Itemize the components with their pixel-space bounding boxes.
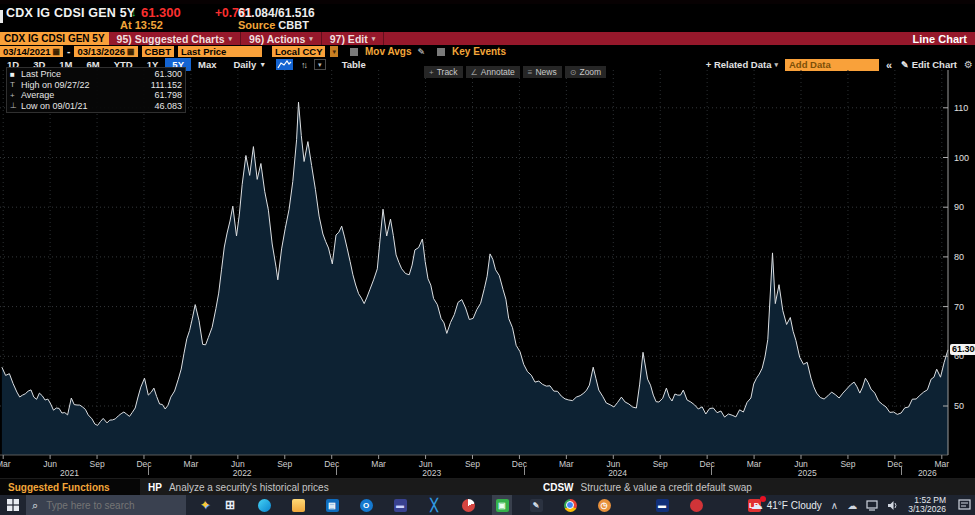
tray-expand-icon[interactable]: ∧	[831, 500, 838, 511]
frequency-select[interactable]: Daily▼	[233, 59, 266, 70]
outlook-icon[interactable]: O	[356, 495, 376, 515]
chart-legend: ■ Last Price 61.300 T High on 09/27/22 1…	[6, 67, 186, 113]
date-to-value: 03/13/2026	[77, 46, 125, 57]
x-axis-month-label: Sep	[457, 459, 487, 469]
legend-low: ⊥ Low on 09/01/21 46.083	[10, 101, 182, 112]
year-separator-tick	[148, 466, 149, 475]
function-desc: Analyze a security's historical prices	[169, 482, 329, 493]
search-input[interactable]	[44, 499, 158, 512]
pencil-icon: ✎	[901, 60, 909, 70]
key-events-checkbox[interactable]	[437, 48, 445, 56]
chart-canvas[interactable]	[0, 70, 975, 470]
chart-options-dropdown[interactable]: ▾	[314, 59, 326, 70]
chart-tool-zoom[interactable]: ⊙Zoom	[565, 66, 606, 78]
x-axis-month-label: Sep	[270, 459, 300, 469]
chart-tool-news[interactable]: ≡News	[523, 66, 562, 78]
factset-icon[interactable]: ▬	[652, 495, 672, 515]
chrome-icon[interactable]	[560, 495, 580, 515]
pricing-source-select[interactable]: CBBT	[142, 46, 174, 57]
x-axis-month-label: Sep	[82, 459, 112, 469]
menu-actions[interactable]: 96) Actions▾	[241, 32, 322, 45]
y-axis-tick-label: 70	[954, 302, 964, 312]
sort-icon[interactable]: ↑↓	[301, 60, 306, 70]
legend-high: T High on 09/27/22 111.152	[10, 80, 182, 91]
menu-suggested-charts[interactable]: 95) Suggested Charts▾	[109, 32, 241, 45]
teams-icon[interactable]: ▬	[390, 495, 410, 515]
taskbar-clock[interactable]: 1:52 PM 3/13/2026	[908, 496, 946, 514]
zoom-icon: ⊙	[570, 68, 577, 77]
source-value: CBBT	[278, 19, 309, 31]
copilot-sparkle-icon[interactable]: ✦	[200, 498, 210, 512]
add-data-input[interactable]: Add Data	[785, 59, 879, 71]
x-axis-month-label: Mar	[0, 459, 18, 469]
pie-chart-app-icon-glyph	[462, 499, 475, 512]
x-axis-month-label: Dec	[504, 459, 534, 469]
suggested-function-cdsw[interactable]: CDSW Structure & value a credit default …	[535, 479, 975, 496]
date-to-input[interactable]: 03/13/2026▦	[74, 46, 137, 57]
date-from-input[interactable]: 03/14/2021▦	[0, 46, 63, 57]
edge-browser-icon[interactable]	[254, 495, 274, 515]
legend-label: Average	[21, 90, 54, 100]
pencil-icon[interactable]: ✎	[417, 47, 425, 57]
pen-app-icon[interactable]: ✎	[526, 495, 546, 515]
red-app-icon[interactable]	[686, 495, 706, 515]
year-separator-tick	[524, 466, 525, 475]
quote-time: At 13:52	[120, 19, 163, 31]
x-axis-year-label: 2026	[912, 468, 942, 478]
tool-label: Zoom	[579, 67, 601, 77]
notification-badge	[760, 496, 766, 502]
chart-tool-annotate[interactable]: ∠Annotate	[466, 66, 520, 78]
file-explorer-icon[interactable]	[288, 495, 308, 515]
network-icon[interactable]	[866, 500, 878, 511]
volume-icon[interactable]	[887, 500, 899, 511]
suggested-function-hp[interactable]: HP Analyze a security's historical price…	[140, 479, 540, 496]
chart-controls-row: 03/14/2021▦ - 03/13/2026▦ CBBT Last Pric…	[0, 45, 975, 58]
red-app-icon-glyph	[690, 499, 703, 512]
tool-label: Annotate	[481, 67, 515, 77]
line-chart-type-button[interactable]	[276, 59, 293, 70]
chevron-down-icon: ▾	[309, 35, 313, 43]
legend-label: High on 09/27/22	[21, 80, 90, 90]
mov-avgs-label[interactable]: Mov Avgs	[365, 46, 412, 57]
action-center-icon[interactable]	[958, 499, 971, 511]
price-chart-plot[interactable]: 506070809010011061.300MarJunSepDecMarJun…	[0, 70, 975, 478]
last-price-axis-label: 61.300	[950, 344, 975, 355]
onedrive-cloud-icon[interactable]: ☁	[847, 500, 857, 511]
x-axis-year-label: 2024	[603, 468, 633, 478]
vscode-icon[interactable]: ╳	[424, 495, 444, 515]
legend-average: + Average 61.798	[10, 90, 182, 101]
calendar-icon[interactable]: ▦	[53, 47, 61, 56]
edit-chart-button[interactable]: ✎ Edit Chart	[899, 59, 957, 70]
chart-tool-track[interactable]: +Track	[424, 66, 463, 78]
table-button[interactable]: Table	[342, 59, 366, 70]
last-price: 61.300	[141, 5, 181, 20]
start-button[interactable]	[0, 495, 26, 515]
gear-icon[interactable]: ⚙	[964, 59, 973, 70]
menu-edit[interactable]: 97) Edit▾	[322, 32, 384, 45]
currency-dropdown-icon[interactable]: ▾	[330, 46, 338, 57]
edit-chart-label: Edit Chart	[912, 59, 957, 70]
collapse-panel-button[interactable]: «	[886, 59, 892, 71]
ticker-chip[interactable]: CDX IG CDSI GEN 5Y	[0, 32, 109, 45]
function-code: CDSW	[543, 482, 574, 493]
x-axis-month-label: Dec	[692, 459, 722, 469]
taskbar-search[interactable]: ⌕	[26, 495, 186, 515]
weather-cloud-icon: ☁	[751, 498, 763, 512]
field-select[interactable]: Last Price	[178, 46, 262, 57]
clock-app-icon[interactable]: ◷	[594, 495, 614, 515]
legend-low-marker: ⊥	[10, 101, 21, 110]
weather-widget[interactable]: ☁ 41°F Cloudy	[751, 498, 822, 512]
task-view-icon[interactable]: ⊞	[220, 495, 240, 515]
related-data-button[interactable]: + Related Data▾	[706, 59, 778, 70]
mov-avgs-checkbox[interactable]	[350, 48, 358, 56]
pie-chart-app-icon[interactable]	[458, 495, 478, 515]
factset-icon-glyph: ▬	[656, 499, 669, 512]
calendar-icon[interactable]: ▦	[127, 47, 135, 56]
currency-select[interactable]: Local CCY	[272, 46, 326, 57]
search-icon: ⌕	[32, 499, 38, 512]
screenshot-app-icon[interactable]: ▣	[492, 495, 512, 515]
store-icon[interactable]: ▤	[322, 495, 342, 515]
related-data-label: + Related Data	[706, 59, 772, 70]
key-events-label[interactable]: Key Events	[452, 46, 506, 57]
price-down-arrow-icon: ↓	[131, 6, 137, 18]
